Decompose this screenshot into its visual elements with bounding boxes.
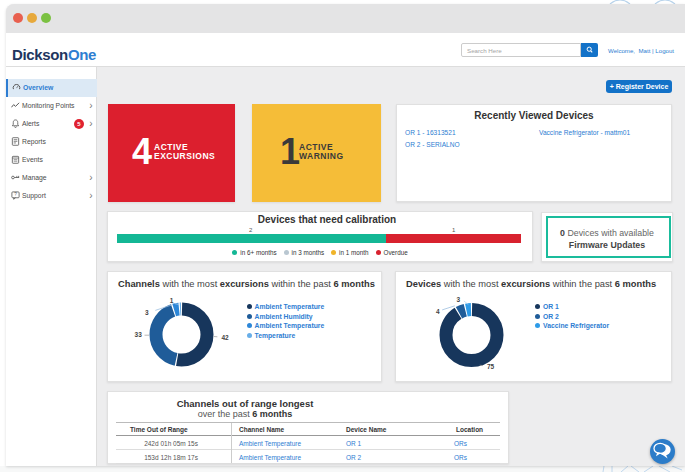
svg-text:3: 3 — [145, 309, 149, 316]
svg-text:1: 1 — [169, 297, 173, 304]
svg-text:33: 33 — [134, 331, 142, 338]
svg-text:4: 4 — [436, 308, 440, 315]
svg-text:?: ? — [14, 192, 17, 197]
svg-text:42: 42 — [221, 333, 229, 340]
svg-text:3: 3 — [456, 296, 460, 303]
svg-text:75: 75 — [486, 363, 494, 370]
